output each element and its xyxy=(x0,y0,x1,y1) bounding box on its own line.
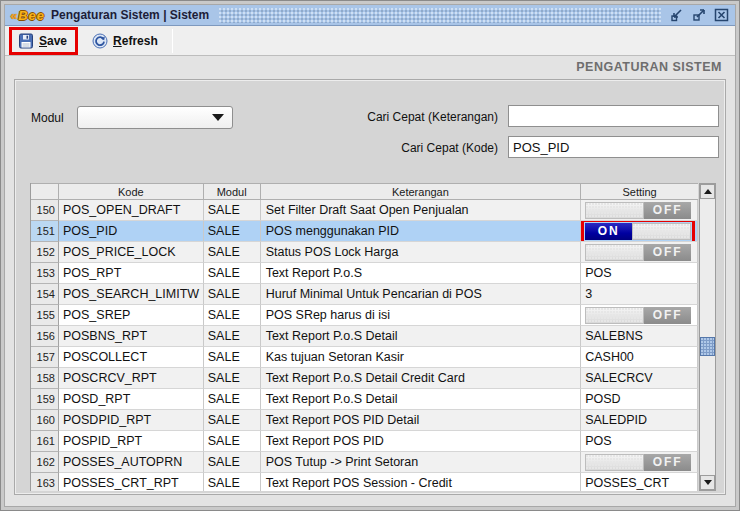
setting-value[interactable]: POSSES_CRT xyxy=(585,476,669,490)
settings-table: Kode Modul Keterangan Setting 150POS_OPE… xyxy=(30,183,698,491)
modul-dropdown[interactable] xyxy=(77,106,233,129)
cell-modul: SALE xyxy=(204,263,261,284)
cell-kode: POSDPID_RPT xyxy=(59,410,204,431)
setting-value[interactable]: 3 xyxy=(585,287,592,301)
header-keterangan[interactable]: Keterangan xyxy=(261,183,582,200)
titlebar-texture xyxy=(219,8,661,23)
cell-modul: SALE xyxy=(204,368,261,389)
cell-kode: POS_PRICE_LOCK xyxy=(59,242,204,263)
table-row[interactable]: 157POSCOLLECTSALEKas tujuan Setoran Kasi… xyxy=(31,347,698,368)
cell-kode: POS_PID xyxy=(59,221,204,242)
refresh-icon xyxy=(92,33,108,49)
header-kode[interactable]: Kode xyxy=(59,183,204,200)
cell-modul: SALE xyxy=(204,221,261,242)
cari-keterangan-input[interactable] xyxy=(508,105,719,127)
cell-kode: POS_RPT xyxy=(59,263,204,284)
toggle-state-label: OFF xyxy=(644,307,691,324)
window-frame: « Bee Pengaturan Sistem | Sistem xyxy=(0,0,740,511)
table-row[interactable]: 160POSDPID_RPTSALEText Report POS PID De… xyxy=(31,410,698,431)
table-row[interactable]: 159POSD_RPTSALEText Report P.o.S DetailP… xyxy=(31,389,698,410)
table-row[interactable]: 162POSSES_AUTOPRNSALEPOS Tutup -> Print … xyxy=(31,452,698,473)
toolbar: Save Refresh xyxy=(5,26,735,56)
title-bar[interactable]: « Bee Pengaturan Sistem | Sistem xyxy=(5,5,735,26)
floppy-icon xyxy=(18,33,34,49)
cell-keterangan: POS SRep harus di isi xyxy=(261,305,582,326)
table-row[interactable]: 155POS_SREPSALEPOS SRep harus di isiOFF xyxy=(31,305,698,326)
internal-window: « Bee Pengaturan Sistem | Sistem xyxy=(4,4,736,507)
scrollbar-thumb[interactable] xyxy=(700,337,715,356)
cell-modul: SALE xyxy=(204,431,261,452)
cell-keterangan: Set Filter Draft Saat Open Penjualan xyxy=(261,200,582,221)
row-number: 162 xyxy=(31,452,59,473)
table-row[interactable]: 150POS_OPEN_DRAFTSALESet Filter Draft Sa… xyxy=(31,200,698,221)
modul-label: Modul xyxy=(31,111,64,125)
cell-setting: SALECRCV xyxy=(581,368,698,389)
cell-keterangan: Text Report POS PID Detail xyxy=(261,410,582,431)
toggle-track xyxy=(585,202,644,219)
table-row[interactable]: 151POS_PIDSALEPOS menggunakan PIDON xyxy=(31,221,698,242)
table-header: Kode Modul Keterangan Setting xyxy=(31,183,698,200)
setting-toggle[interactable]: OFF xyxy=(585,202,691,219)
table-row[interactable]: 153POS_RPTSALEText Report P.o.SPOS xyxy=(31,263,698,284)
setting-value[interactable]: POS xyxy=(585,266,611,280)
row-number: 151 xyxy=(31,221,59,242)
restore-icon[interactable] xyxy=(669,7,685,23)
cell-kode: POS_SEARCH_LIMITW xyxy=(59,284,204,305)
toggle-state-label: OFF xyxy=(644,244,691,261)
toggle-track xyxy=(632,223,691,240)
window-title: Pengaturan Sistem | Sistem xyxy=(51,8,209,22)
settings-panel: Modul Cari Cepat (Keterangan) Cari Cepat… xyxy=(14,79,726,495)
cari-kode-input[interactable] xyxy=(508,136,719,158)
setting-value[interactable]: POS xyxy=(585,434,611,448)
cell-modul: SALE xyxy=(204,473,261,491)
cell-keterangan: Text Report P.o.S Detail xyxy=(261,326,582,347)
table-row[interactable]: 161POSPID_RPTSALEText Report POS PIDPOS xyxy=(31,431,698,452)
table-row[interactable]: 152POS_PRICE_LOCKSALEStatus POS Lock Har… xyxy=(31,242,698,263)
row-number: 161 xyxy=(31,431,59,452)
vertical-scrollbar[interactable] xyxy=(699,183,716,491)
cell-setting: OFF xyxy=(581,452,698,473)
chevron-down-icon xyxy=(212,114,224,121)
cell-setting: OFF xyxy=(581,305,698,326)
scroll-up-button[interactable] xyxy=(700,184,715,199)
header-modul[interactable]: Modul xyxy=(204,183,261,200)
setting-value[interactable]: SALEBNS xyxy=(585,329,643,343)
toggle-track xyxy=(585,454,644,471)
page-title: PENGATURAN SISTEM xyxy=(576,60,722,74)
refresh-button[interactable]: Refresh xyxy=(86,30,166,52)
table-row[interactable]: 158POSCRCV_RPTSALEText Report P.o.S Deta… xyxy=(31,368,698,389)
header-corner xyxy=(31,183,59,200)
cell-setting: OFF xyxy=(581,242,698,263)
scroll-down-button[interactable] xyxy=(700,475,715,490)
cell-kode: POSBNS_RPT xyxy=(59,326,204,347)
cell-setting: POSSES_CRT xyxy=(581,473,698,491)
table-row[interactable]: 163POSSES_CRT_RPTSALEText Report POS Ses… xyxy=(31,473,698,491)
setting-toggle[interactable]: ON xyxy=(585,223,691,240)
table-row[interactable]: 156POSBNS_RPTSALEText Report P.o.S Detai… xyxy=(31,326,698,347)
cell-modul: SALE xyxy=(204,200,261,221)
cell-setting: 3 xyxy=(581,284,698,305)
maximize-icon[interactable] xyxy=(691,7,707,23)
row-number: 156 xyxy=(31,326,59,347)
refresh-label: Refresh xyxy=(113,34,158,48)
header-setting[interactable]: Setting xyxy=(581,183,698,200)
setting-toggle[interactable]: OFF xyxy=(585,244,691,261)
cell-modul: SALE xyxy=(204,284,261,305)
table-row[interactable]: 154POS_SEARCH_LIMITWSALEHuruf Minimal Un… xyxy=(31,284,698,305)
cell-keterangan: Text Report P.o.S Detail Credit Card xyxy=(261,368,582,389)
cell-modul: SALE xyxy=(204,305,261,326)
setting-value[interactable]: SALECRCV xyxy=(585,371,652,385)
cell-setting: POS xyxy=(581,263,698,284)
cell-modul: SALE xyxy=(204,326,261,347)
setting-toggle[interactable]: OFF xyxy=(585,307,691,324)
setting-value[interactable]: POSD xyxy=(585,392,620,406)
save-button[interactable]: Save xyxy=(12,30,75,52)
cell-kode: POSPID_RPT xyxy=(59,431,204,452)
setting-value[interactable]: SALEDPID xyxy=(585,413,647,427)
close-icon[interactable] xyxy=(713,7,729,23)
cari-kode-label: Cari Cepat (Kode) xyxy=(265,141,498,155)
setting-toggle[interactable]: OFF xyxy=(585,454,691,471)
cell-setting: CASH00 xyxy=(581,347,698,368)
setting-value[interactable]: CASH00 xyxy=(585,350,634,364)
cell-kode: POSCRCV_RPT xyxy=(59,368,204,389)
